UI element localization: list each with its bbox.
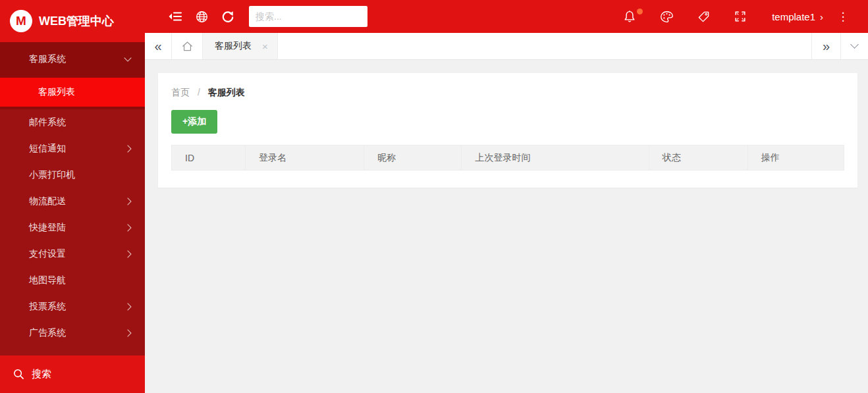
table-header-row: ID登录名昵称上次登录时间状态操作 (172, 145, 844, 170)
sidebar-subitem-label: 客服列表 (38, 86, 75, 98)
tabbar: « 客服列表 × » (145, 33, 868, 60)
chevron-right-icon (124, 224, 131, 231)
sidebar-item-label: 邮件系统 (29, 117, 130, 128)
close-icon[interactable]: × (262, 41, 268, 52)
topbar-search-input[interactable] (249, 6, 367, 27)
table-column-header: 状态 (649, 145, 747, 170)
notification-badge-dot (637, 9, 643, 14)
main-content: 首页 / 客服列表 +添加 ID登录名昵称上次登录时间状态操作 (145, 61, 868, 393)
sidebar-subitem-customer-service-list[interactable]: 客服列表 (0, 78, 145, 107)
sidebar: M WEB管理中心 客服系统 客服列表 邮件系统 短信通知 小票打印机 物流配送… (0, 0, 145, 393)
more-vertical-icon: ⋮ (838, 10, 849, 24)
language-button[interactable] (188, 0, 215, 33)
bell-icon (623, 10, 636, 24)
double-chevron-left-icon: « (154, 39, 161, 54)
sidebar-item-label: 快捷登陆 (29, 222, 125, 234)
tabs-scroll-right-button[interactable]: » (811, 33, 840, 59)
sidebar-item-label: 物流配送 (29, 196, 125, 207)
chevron-right-icon (124, 303, 131, 310)
sidebar-item-label: 投票系统 (29, 301, 125, 313)
sidebar-item-customer-service-system[interactable]: 客服系统 (0, 42, 145, 76)
sidebar-item[interactable]: 支付设置 (0, 241, 145, 267)
add-button[interactable]: +添加 (171, 110, 217, 134)
notifications-button[interactable] (615, 0, 644, 33)
sidebar-item[interactable]: 邮件系统 (0, 109, 145, 136)
topbar: template1 › ⋮ (145, 0, 868, 33)
chevron-down-icon (850, 40, 859, 49)
breadcrumb-home-link[interactable]: 首页 (171, 87, 190, 97)
sidebar-item-label: 地图导航 (29, 275, 130, 286)
menu-collapse-button[interactable] (162, 0, 188, 33)
home-icon (181, 40, 194, 53)
fullscreen-icon (734, 11, 746, 22)
content-card: 首页 / 客服列表 +添加 ID登录名昵称上次登录时间状态操作 (158, 73, 857, 188)
globe-icon (196, 11, 208, 23)
refresh-button[interactable] (215, 0, 241, 33)
tag-icon (697, 11, 710, 23)
sidebar-item[interactable]: 短信通知 (0, 136, 145, 162)
tabbar-right-group: » (811, 33, 868, 59)
sidebar-item-label: 客服系统 (29, 53, 125, 65)
sidebar-search-button[interactable]: 搜索 (0, 355, 145, 393)
menu-collapse-icon (169, 11, 182, 22)
chevron-right-icon: › (820, 11, 823, 22)
table-column-header: 登录名 (246, 145, 364, 170)
app-title: WEB管理中心 (39, 13, 114, 29)
sidebar-item[interactable]: 小票打印机 (0, 162, 145, 188)
table-column-header: ID (172, 145, 246, 170)
table-column-header: 上次登录时间 (462, 145, 649, 170)
tag-button[interactable] (689, 0, 718, 33)
breadcrumb-current: 客服列表 (208, 87, 245, 97)
theme-button[interactable] (652, 0, 681, 33)
template-switcher[interactable]: template1 › (772, 0, 823, 33)
breadcrumb-separator: / (198, 87, 200, 97)
sidebar-search-label: 搜索 (32, 368, 51, 380)
tab-customer-service-list[interactable]: 客服列表 × (203, 33, 278, 59)
fullscreen-button[interactable] (726, 0, 755, 33)
sidebar-item[interactable]: 地图导航 (0, 267, 145, 294)
sidebar-item-label: 短信通知 (29, 143, 125, 155)
sidebar-menu: 邮件系统 短信通知 小票打印机 物流配送 快捷登陆 支付设置 地图导航 投票系统… (0, 109, 145, 346)
sidebar-item-label: 广告系统 (29, 327, 125, 339)
chevron-right-icon (124, 250, 131, 257)
chevron-down-icon (124, 54, 131, 61)
double-chevron-right-icon: » (823, 39, 830, 54)
submenu-customer-service: 客服列表 (0, 76, 145, 109)
table-column-header: 昵称 (364, 145, 462, 170)
breadcrumb: 首页 / 客服列表 (171, 73, 844, 99)
refresh-icon (222, 11, 234, 22)
chevron-right-icon (124, 329, 131, 336)
search-icon (13, 369, 24, 380)
tabs-scroll-left-button[interactable]: « (145, 33, 171, 59)
sidebar-item[interactable]: 物流配送 (0, 188, 145, 215)
tab-label: 客服列表 (215, 40, 252, 52)
more-options-button[interactable]: ⋮ (830, 0, 856, 33)
brand-logo[interactable]: M WEB管理中心 (0, 0, 145, 42)
sidebar-item[interactable]: 广告系统 (0, 320, 145, 346)
customer-service-table: ID登录名昵称上次登录时间状态操作 (171, 145, 844, 170)
logo-m-icon: M (10, 10, 32, 32)
topbar-right-group: template1 › ⋮ (607, 0, 856, 33)
sidebar-item-label: 支付设置 (29, 248, 125, 260)
template-label: template1 (772, 11, 815, 22)
chevron-right-icon (124, 145, 131, 152)
chevron-right-icon (124, 197, 131, 205)
sidebar-item-label: 小票打印机 (29, 169, 130, 181)
palette-icon (660, 11, 674, 23)
sidebar-item[interactable]: 快捷登陆 (0, 215, 145, 241)
table-column-header: 操作 (747, 145, 844, 170)
tab-home[interactable] (171, 33, 203, 59)
tabs-menu-button[interactable] (840, 33, 868, 59)
sidebar-item[interactable]: 投票系统 (0, 294, 145, 320)
